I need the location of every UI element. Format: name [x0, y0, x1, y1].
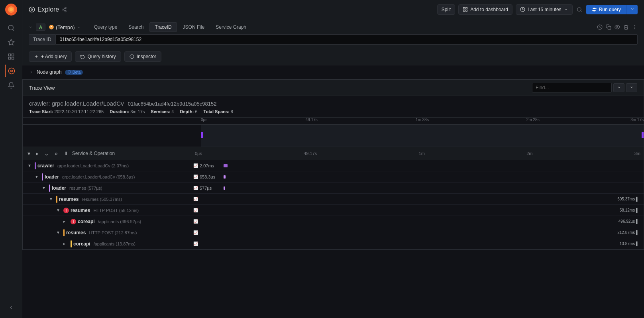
plus-icon — [34, 54, 39, 59]
row-expand-icon[interactable]: ▼ — [49, 197, 55, 201]
trace-meta: Trace Start: 2022-10-20 12:11:22.265 Dur… — [29, 109, 637, 114]
row-expand-icon[interactable]: ▸ — [63, 219, 69, 224]
row-expand-icon[interactable]: ▼ — [56, 230, 62, 235]
search-magnifier-button[interactable] — [576, 6, 583, 13]
row-chart-icon[interactable]: 📈 — [193, 163, 198, 168]
row-expand-icon[interactable]: ▸ — [63, 241, 69, 246]
find-next-button[interactable] — [626, 83, 637, 92]
svg-point-13 — [31, 9, 33, 10]
row-service-coreapi1: ▸ ! coreapi /applicants (496.92µs) — [26, 219, 193, 224]
traceid-input[interactable] — [55, 34, 638, 45]
grafana-logo[interactable] — [5, 3, 18, 16]
row-service-name: coreapi — [73, 241, 90, 247]
svg-line-17 — [63, 10, 65, 10]
error-icon: ! — [71, 219, 76, 224]
row-chart-icon[interactable]: 📈 — [193, 186, 198, 190]
tempo-datasource-icon — [49, 24, 54, 30]
run-query-dropdown[interactable] — [626, 5, 638, 14]
svg-rect-8 — [8, 57, 10, 59]
query-view-icon[interactable] — [615, 24, 620, 30]
th-timeline: 0µs 49.17s 1m 2m 3m — [195, 151, 640, 156]
time-range-button[interactable]: Last 15 minutes — [516, 4, 573, 15]
sidebar-item-dashboards[interactable] — [5, 50, 18, 63]
query-copy-icon[interactable] — [606, 24, 611, 30]
svg-point-14 — [65, 7, 67, 9]
query-collapse-icon[interactable] — [29, 25, 33, 29]
find-prev-button[interactable] — [613, 83, 624, 92]
datasource-selector[interactable]: (Tempo) — [49, 24, 81, 30]
row-expand-icon[interactable]: ▼ — [27, 163, 33, 168]
query-history-button[interactable]: Query history — [75, 51, 121, 62]
expand-all-button[interactable]: » — [53, 149, 59, 157]
timeline-ruler: 0µs 49.17s 1m 38s 2m 28s 3m 17s — [23, 118, 644, 125]
row-chart-icon[interactable]: 📈 — [193, 208, 198, 212]
sidebar-item-search[interactable] — [5, 22, 18, 34]
row-operation: /applicants (13.87ms) — [94, 241, 135, 246]
row-expand-icon[interactable]: ▼ — [35, 175, 40, 179]
tab-traceid[interactable]: TraceID — [149, 22, 177, 32]
sidebar — [0, 0, 22, 318]
trace-info: crawler: grpc.loader.Loader/LoadCv 01fac… — [23, 96, 644, 118]
mini-timeline-bar-right — [642, 132, 644, 138]
run-query-button[interactable]: Run query — [586, 5, 638, 14]
trace-view-title: Trace View — [29, 85, 55, 91]
expand-children-button[interactable]: ⌄ — [43, 149, 51, 157]
query-delete-icon[interactable] — [623, 24, 629, 30]
row-color-indicator — [49, 185, 50, 192]
run-query-main[interactable]: Run query — [586, 5, 626, 14]
add-query-button[interactable]: + Add query — [29, 51, 72, 62]
query-more-icon[interactable] — [632, 24, 638, 30]
pause-button[interactable]: ⏸ — [62, 150, 70, 157]
sidebar-collapse-btn[interactable] — [5, 301, 18, 314]
sidebar-item-alerting[interactable] — [5, 79, 18, 92]
tab-search[interactable]: Search — [123, 22, 149, 32]
row-operation: resumes (505.37ms) — [82, 197, 122, 202]
row-chart-icon[interactable]: 📈 — [193, 197, 198, 201]
row-bar — [224, 164, 228, 167]
time-chevron-icon — [564, 7, 568, 12]
split-button[interactable]: Split — [437, 4, 455, 15]
row-chart-icon[interactable]: 📈 — [193, 219, 198, 224]
ruler-mark-1: 49.17s — [306, 118, 318, 122]
sidebar-item-explore[interactable] — [5, 65, 18, 77]
svg-point-31 — [634, 27, 635, 27]
datasource-chevron-icon — [77, 25, 81, 29]
query-editor: A (Tempo) Query type Search TraceID JSON… — [22, 19, 644, 48]
row-chart-icon[interactable]: 📈 — [193, 175, 198, 179]
tab-service-graph[interactable]: Service Graph — [210, 22, 251, 32]
query-time-icon[interactable] — [597, 24, 603, 30]
svg-rect-19 — [463, 8, 465, 9]
row-service-coreapi2: ▸ coreapi /applicants (13.87ms) — [26, 240, 193, 247]
mini-timeline — [23, 125, 644, 147]
trace-table-header: ▾ ▸ ⌄ » ⏸ Service & Operation 0µs 49.17s… — [23, 147, 644, 160]
trace-find-input[interactable] — [532, 83, 612, 92]
sidebar-item-starred[interactable] — [5, 36, 18, 49]
row-duration-inline: 658.3µs — [200, 175, 224, 179]
tab-query-type[interactable]: Query type — [89, 22, 123, 32]
add-to-dashboard-button[interactable]: Add to dashboard — [458, 4, 512, 15]
row-expand-icon[interactable]: ▼ — [56, 208, 62, 212]
beta-icon — [67, 70, 71, 74]
expand-button[interactable]: ▸ — [34, 149, 40, 157]
row-expand-icon[interactable]: ▼ — [42, 186, 47, 190]
query-actions — [597, 24, 638, 30]
inspector-button[interactable]: Inspector — [124, 51, 161, 62]
chevron-down-icon — [630, 7, 634, 11]
svg-line-4 — [12, 29, 14, 30]
row-service-name: coreapi — [78, 219, 95, 224]
row-chart-icon[interactable]: 📈 — [193, 230, 198, 235]
row-service-loader1: ▼ loader grpc.loader.Loader/LoadCv (658.… — [26, 173, 193, 181]
share-icon[interactable] — [61, 7, 67, 12]
row-duration-inline: 2.07ms — [200, 163, 224, 168]
row-chart-icon[interactable]: 📈 — [193, 241, 198, 246]
add-dashboard-icon — [463, 7, 468, 12]
row-bar — [224, 175, 226, 179]
row-color-indicator — [71, 240, 72, 247]
tab-json-file[interactable]: JSON File — [178, 22, 210, 32]
action-bar: + Add query Query history Inspector — [22, 48, 644, 65]
collapse-all-button[interactable]: ▾ — [26, 149, 32, 157]
node-graph-expand-icon — [29, 70, 33, 75]
row-color-indicator — [42, 173, 43, 181]
node-graph-section[interactable]: Node graph Beta — [22, 65, 644, 79]
svg-rect-9 — [12, 57, 14, 59]
